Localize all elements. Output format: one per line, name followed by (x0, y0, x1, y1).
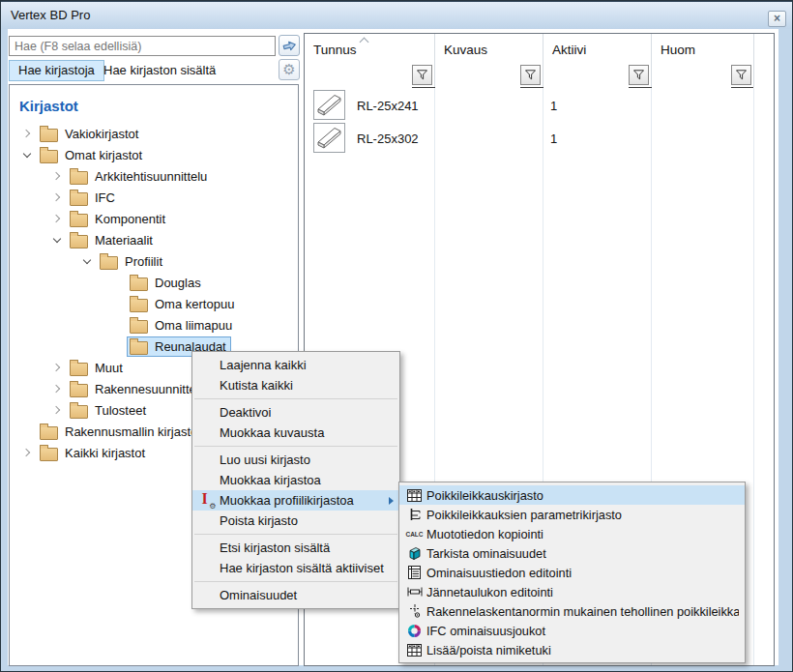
tree-header: Kirjastot (10, 85, 298, 123)
chevron-open-icon[interactable] (49, 232, 65, 248)
tree-item-body[interactable]: Oma liimapuu (127, 315, 237, 336)
chevron-closed-icon[interactable] (49, 211, 65, 226)
chevron-closed-icon[interactable] (49, 381, 65, 396)
menu-item-hae-kirjaston-sisalta-aktiiviset[interactable]: Hae kirjaston sisältä aktiiviset (192, 558, 399, 578)
tree-item-body[interactable]: Rakennesuunnittelu (67, 379, 211, 399)
tree-item-label: Komponentit (95, 212, 165, 226)
filter-cell-aktiivi (543, 63, 652, 87)
gear-button[interactable]: ⚙ (279, 59, 300, 80)
tree-item-body[interactable]: Omat kirjastot (37, 145, 147, 165)
column-header-label: Aktiivi (552, 43, 586, 57)
column-header-tunnus[interactable]: Tunnus (305, 34, 435, 63)
menu-item-muokkaa-kuvausta[interactable]: Muokkaa kuvausta (192, 423, 399, 443)
tree-item-oma-kertopuu[interactable]: Oma kertopuu (10, 293, 298, 314)
tree-item-vakiokirjastot[interactable]: Vakiokirjastot (10, 123, 298, 144)
menu-item-muokkaa-profiilikirjastoa[interactable]: I⚙Muokkaa profiilikirjastoa (192, 490, 399, 511)
tree-item-body[interactable]: IFC (67, 188, 120, 208)
filter-funnel-icon[interactable] (520, 65, 541, 85)
filter-funnel-icon[interactable] (731, 65, 751, 85)
menu-item-tarkista-ominaisuudet[interactable]: Tarkista ominaisuudet (399, 543, 745, 563)
menu-separator (194, 398, 397, 399)
menu-item-poikkileikkauskirjasto[interactable]: Poikkileikkauskirjasto (399, 485, 745, 505)
menu-item-jannetaulukon-editointi[interactable]: Jännetaulukon editointi (399, 582, 745, 601)
doc-table-icon (402, 566, 426, 579)
menu-item-label: IFC ominaisuusjoukot (426, 624, 739, 638)
filter-funnel-icon[interactable] (412, 65, 432, 85)
tree-item-body[interactable]: Profiilit (97, 251, 167, 272)
app-window: Vertex BD Pro × Hae kirjastoja Hae kirja… (0, 0, 793, 672)
tree-item-douglas[interactable]: Douglas (10, 272, 298, 293)
chevron-closed-icon[interactable] (49, 402, 65, 418)
column-grid-line (753, 88, 754, 665)
tree-item-materiaalit[interactable]: Materiaalit (10, 229, 298, 250)
menu-item-poikkileikkauksien-parametrikirjasto[interactable]: Poikkileikkauksien parametrikirjasto (399, 505, 745, 524)
chevron-closed-icon[interactable] (49, 360, 65, 375)
menu-separator (194, 446, 397, 447)
menu-item-ominaisuudet[interactable]: Ominaisuudet (192, 585, 399, 605)
folder-icon (70, 384, 88, 397)
tree-item-profiilit[interactable]: Profiilit (10, 250, 298, 272)
filter-cell-huom (652, 63, 754, 87)
tab-search-library-content[interactable]: Hae kirjaston sisältä (103, 60, 216, 81)
chevron-closed-icon[interactable] (19, 126, 35, 141)
chevron-closed-icon[interactable] (19, 445, 35, 460)
tree-item-label: Materiaalit (95, 233, 153, 248)
tree-item-body[interactable]: Rakennusmallin kirjastot (37, 422, 206, 442)
folder-icon (130, 320, 148, 334)
tree-item-arkkitehtisuunnittelu[interactable]: Arkkitehtisuunnittelu (10, 165, 298, 187)
chevron-spacer (109, 317, 125, 333)
menu-item-label: Poikkileikkauskirjasto (426, 488, 739, 503)
tree-item-oma-liimapuu[interactable]: Oma liimapuu (10, 314, 298, 336)
menu-item-label: Hae kirjaston sisältä aktiiviset (220, 561, 394, 575)
tree-item-body[interactable]: Vakiokirjastot (37, 124, 143, 144)
menu-item-lisaa-poista-nimiketuki[interactable]: Lisää/poista nimiketuki (399, 640, 745, 659)
menu-item-luo-uusi-kirjasto[interactable]: Luo uusi kirjasto (192, 450, 399, 470)
filter-input-aktiivi[interactable] (543, 62, 629, 88)
filter-funnel-icon[interactable] (629, 65, 649, 85)
tree-item-body[interactable]: Douglas (127, 273, 206, 293)
filter-input-tunnus[interactable] (305, 62, 412, 88)
tab-search-libraries[interactable]: Hae kirjastoja (9, 60, 104, 81)
close-icon[interactable]: × (768, 11, 786, 27)
menu-item-etsi-kirjaston-sisalta[interactable]: Etsi kirjaston sisältä (192, 538, 399, 558)
tree-item-label: IFC (95, 190, 115, 205)
go-arrow-button[interactable] (279, 35, 300, 56)
column-header-aktiivi[interactable]: Aktiivi (543, 34, 652, 63)
table-row[interactable]: RL-25x2411 (305, 89, 774, 122)
tree-item-body[interactable]: Arkkitehtisuunnittelu (67, 166, 212, 187)
menu-item-label: Luo uusi kirjasto (220, 453, 394, 467)
menu-item-muototiedon-kopiointi[interactable]: CALCMuototiedon kopiointi (399, 524, 745, 543)
menu-item-laajenna-kaikki[interactable]: Laajenna kaikki (192, 355, 399, 375)
chevron-open-icon[interactable] (79, 253, 95, 269)
search-input[interactable] (9, 36, 276, 56)
tree-item-body[interactable]: Kaikki kirjastot (37, 443, 150, 463)
grid-icon (402, 489, 426, 502)
filter-input-kuvaus[interactable] (435, 62, 520, 88)
menu-item-kutista-kaikki[interactable]: Kutista kaikki (192, 375, 399, 395)
column-header-kuvaus[interactable]: Kuvaus (435, 34, 543, 63)
table-row[interactable]: RL-25x3021 (305, 122, 774, 155)
menu-item-deaktivoi[interactable]: Deaktivoi (192, 402, 399, 423)
filter-input-huom[interactable] (652, 62, 731, 88)
menu-item-muokkaa-kirjastoa[interactable]: Muokkaa kirjastoa (192, 470, 399, 490)
tree-item-body[interactable]: Tulosteet (67, 400, 151, 421)
chevron-open-icon[interactable] (19, 147, 35, 162)
tree-item-body[interactable]: Komponentit (67, 209, 170, 229)
menu-item-label: Jännetaulukon editointi (426, 585, 739, 599)
menu-item-label: Muokkaa kuvausta (220, 425, 394, 440)
chevron-closed-icon[interactable] (49, 190, 65, 205)
tree-item-body[interactable]: Muut (67, 358, 128, 378)
menu-item-ominaisuustiedon-editointi[interactable]: Ominaisuustiedon editointi (399, 563, 745, 582)
column-header-huom[interactable]: Huom (652, 34, 754, 63)
menu-item-rakennelaskentanormin-mukainen-tehollinen-poikkileikkaus[interactable]: Rakennelaskentanormin mukainen teholline… (399, 601, 745, 621)
sort-ascending-icon (360, 38, 369, 47)
tree-item-ifc[interactable]: IFC (10, 187, 298, 208)
menu-item-poista-kirjasto[interactable]: Poista kirjasto (192, 511, 399, 531)
tree-item-komponentit[interactable]: Komponentit (10, 208, 298, 229)
menu-item-ifc-ominaisuusjoukot[interactable]: IFC ominaisuusjoukot (399, 621, 745, 640)
folder-icon (40, 150, 58, 163)
chevron-closed-icon[interactable] (49, 168, 65, 184)
tree-item-body[interactable]: Oma kertopuu (127, 294, 239, 314)
tree-item-body[interactable]: Materiaalit (67, 230, 158, 250)
tree-item-omat-kirjastot[interactable]: Omat kirjastot (10, 144, 298, 165)
